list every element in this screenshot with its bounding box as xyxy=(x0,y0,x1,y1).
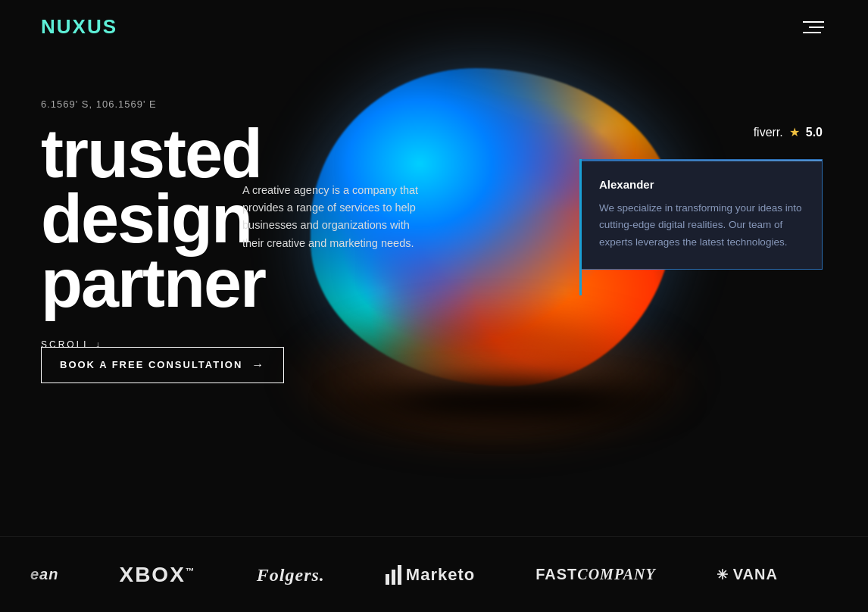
site-logo[interactable]: NUXUS xyxy=(41,15,117,39)
logo-xbox-label: XBOX™ xyxy=(119,563,195,586)
logo-fastcompany-label: FASTCOMPANY xyxy=(535,566,655,582)
logo-folgers-label: Folgers. xyxy=(257,565,325,585)
testimonial-accent-line xyxy=(579,159,582,295)
marketo-bars-icon xyxy=(386,565,401,585)
hero-section: 6.1569' S, 106.1569' E trusted design pa… xyxy=(0,0,868,485)
fiverr-rating: 5.0 xyxy=(806,126,823,139)
orb-shadow xyxy=(318,371,697,432)
logo-folgers: Folgers. xyxy=(226,564,355,585)
vana-icon: ✳ xyxy=(717,567,729,583)
logo-vana: ✳ VANA xyxy=(686,566,808,583)
hero-description: A creative agency is a company that prov… xyxy=(242,182,424,252)
logo-fastcompany: FASTCOMPANY xyxy=(505,566,685,583)
cta-arrow-icon: → xyxy=(251,358,265,372)
coordinates-text: 6.1569' S, 106.1569' E xyxy=(41,98,284,110)
logo-vana-label: VANA xyxy=(733,566,778,583)
logo-marketo: Marketo xyxy=(355,565,505,585)
hero-description-text: A creative agency is a company that prov… xyxy=(242,182,424,252)
testimonial-name: Alexander xyxy=(599,178,804,191)
testimonial-card: Alexander We specialize in transforming … xyxy=(580,159,823,270)
testimonial-text: We specialize in transforming your ideas… xyxy=(599,200,804,251)
logos-track: ean XBOX™ Folgers. Marketo FASTCOMPANY ✳… xyxy=(0,563,808,587)
book-consultation-button[interactable]: BOOK A FREE CONSULTATION → xyxy=(41,347,284,383)
cta-label: BOOK A FREE CONSULTATION xyxy=(60,359,242,370)
title-line-3: partner xyxy=(41,245,265,321)
scroll-label: SCROLL ↓ xyxy=(41,339,102,350)
logo-lean-label: ean xyxy=(30,566,58,582)
logo-marketo-label: Marketo xyxy=(406,565,475,585)
scroll-indicator: SCROLL ↓ xyxy=(41,339,102,350)
logo-xbox: XBOX™ xyxy=(89,563,226,587)
fiverr-badge: fiverr. ★ 5.0 xyxy=(754,125,823,139)
fiverr-brand: fiverr. xyxy=(754,126,783,139)
fiverr-star-icon: ★ xyxy=(789,125,800,139)
menu-button[interactable] xyxy=(800,18,827,36)
logos-bar: ean XBOX™ Folgers. Marketo FASTCOMPANY ✳… xyxy=(0,536,868,612)
logo-lean: ean xyxy=(0,566,89,583)
